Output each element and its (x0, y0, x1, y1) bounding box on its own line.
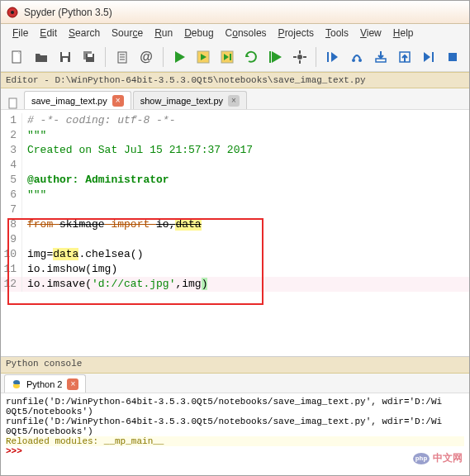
step-in-button[interactable] (321, 45, 344, 69)
editor-path-label: Editor - D:\WinPython-64bit-3.5.3.0Qt5\n… (6, 75, 366, 85)
console-title: Python console (1, 357, 469, 374)
svg-rect-26 (376, 59, 386, 62)
python-tab-icon (12, 379, 21, 389)
svg-rect-31 (449, 53, 457, 61)
console-tab-row: Python 2 × (1, 374, 469, 393)
console-area: Python console Python 2 × runfile('D:/Wi… (1, 357, 469, 476)
watermark: php 中文网 (413, 451, 463, 465)
toolbar-separator (316, 47, 316, 67)
menu-run[interactable]: Run (150, 26, 178, 40)
menu-source[interactable]: Source (107, 26, 148, 40)
editor-tab-active[interactable]: save_imag_text.py × (24, 91, 131, 109)
code-editor[interactable]: 1# -*- coding: utf-8 -*- 2""" 3Created o… (1, 110, 469, 356)
run-cell-button[interactable] (192, 45, 215, 69)
svg-text:@: @ (140, 50, 153, 64)
step-over-button[interactable] (345, 45, 368, 69)
debug-stop-button[interactable] (394, 45, 416, 69)
menu-debug[interactable]: Debug (179, 26, 218, 40)
menu-tools[interactable]: Tools (320, 26, 354, 40)
console-line: runfile('D:/WinPython-64bit-3.5.3.0Qt5/n… (6, 397, 464, 407)
menu-bar: File Edit Search Source Run Debug Consol… (1, 24, 469, 42)
svg-rect-5 (63, 58, 68, 62)
editor-area: save_imag_text.py × show_image_text.py ×… (1, 88, 469, 357)
new-doc-icon[interactable] (7, 98, 19, 109)
menu-projects[interactable]: Projects (273, 26, 319, 40)
debug-config-button[interactable] (288, 45, 311, 69)
save-button[interactable] (54, 45, 76, 69)
console-prompt: >>> (6, 446, 464, 456)
editor-tab-inactive-label: show_image_text.py (140, 96, 223, 106)
close-tab-icon[interactable]: × (67, 378, 78, 390)
toolbar-separator (105, 47, 106, 67)
save-all-button[interactable] (78, 45, 100, 69)
svg-rect-32 (9, 98, 17, 108)
console-line: 0Qt5/notebooks') (6, 426, 464, 436)
php-logo-icon: php (413, 453, 430, 464)
svg-point-1 (11, 11, 14, 14)
toolbar-separator (163, 47, 164, 67)
console-output[interactable]: runfile('D:/WinPython-64bit-3.5.3.0Qt5/n… (1, 393, 469, 476)
run-cell-advance-button[interactable] (216, 45, 239, 69)
new-file-button[interactable] (6, 45, 28, 69)
editor-tab-row: save_imag_text.py × show_image_text.py × (1, 88, 469, 110)
console-line: runfile('D:/WinPython-64bit-3.5.3.0Qt5/n… (6, 416, 464, 426)
menu-view[interactable]: View (355, 26, 387, 40)
debug-end-button[interactable] (442, 45, 464, 69)
step-out-button[interactable] (369, 45, 392, 69)
close-tab-icon[interactable]: × (228, 95, 240, 107)
open-file-button[interactable] (30, 45, 52, 69)
window-title: Spyder (Python 3.5) (24, 7, 112, 18)
step-return-button[interactable] (418, 45, 440, 69)
svg-point-25 (358, 59, 362, 62)
svg-point-18 (297, 55, 302, 60)
menu-consoles[interactable]: Consoles (221, 26, 272, 40)
editor-tab-inactive[interactable]: show_image_text.py × (133, 91, 247, 109)
console-reloaded-line: Reloaded modules: __mp_main__ (6, 436, 464, 446)
spyder-app-icon (6, 6, 19, 19)
debug-continue-button[interactable] (264, 45, 287, 69)
console-tab[interactable]: Python 2 × (4, 374, 86, 393)
console-tab-label: Python 2 (26, 379, 62, 389)
at-button[interactable]: @ (135, 45, 158, 69)
window-titlebar: Spyder (Python 3.5) (1, 1, 469, 24)
editor-tab-active-label: save_imag_text.py (31, 96, 107, 106)
close-tab-icon[interactable]: × (112, 95, 124, 107)
svg-rect-4 (62, 52, 69, 56)
rerun-button[interactable] (240, 45, 263, 69)
clipboard-button[interactable] (111, 45, 133, 69)
toolbar: @ (1, 42, 469, 72)
run-button[interactable] (169, 45, 191, 69)
menu-search[interactable]: Search (64, 26, 105, 40)
svg-point-24 (352, 59, 355, 62)
menu-file[interactable]: File (7, 26, 33, 40)
menu-help[interactable]: Help (388, 26, 419, 40)
menu-edit[interactable]: Edit (35, 26, 62, 40)
editor-path-bar: Editor - D:\WinPython-64bit-3.5.3.0Qt5\n… (1, 72, 469, 88)
console-line: 0Qt5/notebooks') (6, 407, 464, 416)
watermark-text: 中文网 (433, 451, 463, 465)
svg-rect-8 (88, 54, 93, 57)
